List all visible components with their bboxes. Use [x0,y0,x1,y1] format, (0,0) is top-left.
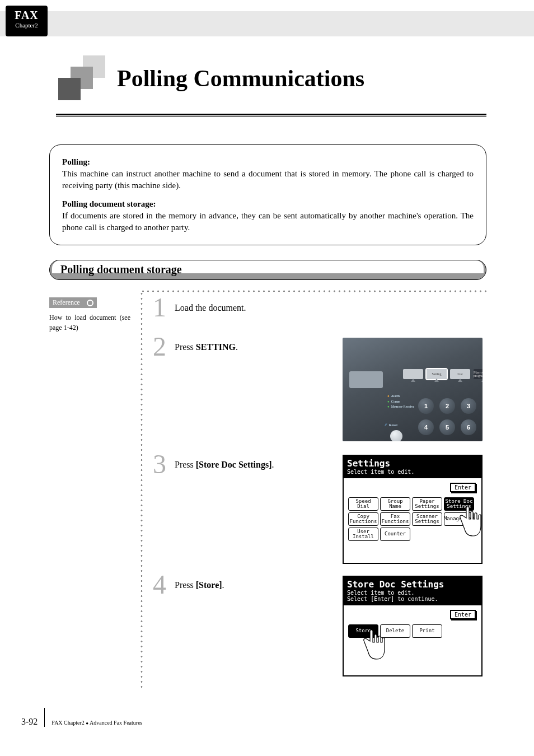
lcd-store-doc-settings: Store Doc Settings Select item to edit. … [343,576,483,676]
lcd-enter-button[interactable]: Enter [450,610,476,619]
keypad-4[interactable]: 4 [418,419,434,435]
panel-leds: Alarm Comm Memory Receive [387,394,414,410]
page-title: Polling Communications [117,65,364,92]
lcd-btn-group-name[interactable]: Group Name [380,497,410,511]
lcd-btn-counter[interactable]: Counter [380,528,410,541]
title-rule [56,114,486,117]
lcd-subtitle: Select item to edit. [347,590,478,596]
page-number: 3-92 [21,717,38,727]
lcd-subtitle-2: Select [Enter] to continue. [347,596,478,602]
lcd-enter-button[interactable]: Enter [450,483,476,492]
lcd-subtitle: Select item to edit. [347,469,478,475]
lcd-settings: Settings Select item to edit. Enter Spee… [343,455,483,564]
lcd-btn-speed-dial[interactable]: Speed Dial [348,497,378,511]
footer-caption: FAX Chapter2 ● Advanced Fax Features [51,720,142,727]
section-header: Polling document storage [49,260,486,280]
panel-top-buttons: Setting List Macro program [403,369,483,379]
panel-screen [349,371,383,388]
panel-button-macro[interactable]: Macro program [474,369,483,379]
panel-button-setting[interactable]: Setting [427,369,447,379]
title-icon [56,53,106,104]
step-2: 2 Press SETTING. [151,333,238,360]
polling-label: Polling: [62,157,90,166]
svg-rect-2 [58,78,81,100]
lcd-btn-print[interactable]: Print [412,624,442,638]
lcd-btn-user-install[interactable]: UserInstall [348,528,378,541]
step-number: 4 [151,571,168,598]
keypad-2[interactable]: 2 [439,398,455,414]
step-3: 3 Press [Store Doc Settings]. [151,451,274,478]
storage-text: If documents are stored in the memory in… [62,211,474,232]
lcd-title: Store Doc Settings [347,579,478,590]
reference-block: Reference How to load document (see page… [49,297,130,333]
panel-reset-button[interactable] [390,430,402,441]
step-number: 1 [151,294,168,321]
control-panel-photo: Setting List Macro program Alarm Comm Me… [343,338,483,441]
step-text: Press [Store Doc Settings]. [175,451,274,470]
step-text: Press SETTING. [175,333,238,352]
panel-keypad: 1 2 3 4 5 6 [418,398,476,435]
dotted-rule-vertical [140,291,143,689]
keypad-1[interactable]: 1 [418,398,434,414]
lcd-btn-delete[interactable]: Delete [380,624,410,638]
lcd-btn-scanner-settings[interactable]: ScannerSettings [412,512,442,526]
page-title-block: Polling Communications [56,53,486,117]
footer-separator [44,708,45,727]
panel-reset-label: Reset [384,423,397,427]
lcd-title: Settings [347,458,478,469]
tab-fax: FAX [6,9,48,22]
keypad-3[interactable]: 3 [461,398,476,414]
lcd-btn-fax-functions[interactable]: FaxFunctions [380,512,410,526]
reference-text: How to load document (see page 1-42) [49,312,130,333]
reference-bullet-icon [87,300,93,306]
step-4: 4 Press [Store]. [151,571,224,598]
header-bar [0,11,534,36]
side-tab: FAX Chapter2 [6,6,48,36]
step-text: Press [Store]. [175,571,224,590]
keypad-6[interactable]: 6 [461,419,476,435]
panel-button[interactable] [403,369,423,379]
tab-chapter: Chapter2 [6,22,48,29]
lcd-btn-store-doc-settings[interactable]: Store DocSettings [444,497,474,511]
step-number: 3 [151,451,168,478]
reference-badge: Reference [49,297,97,308]
dotted-rule-horizontal [140,290,486,292]
lcd-btn-management[interactable]: Management [444,512,474,526]
storage-label: Polling document storage: [62,199,156,208]
step-1: 1 Load the document. [151,294,246,321]
page-footer: 3-92 FAX Chapter2 ● Advanced Fax Feature… [21,708,142,727]
section-title: Polling document storage [49,260,486,279]
step-number: 2 [151,333,168,360]
lcd-btn-store[interactable]: Store [348,624,378,638]
lcd-btn-paper-settings[interactable]: PaperSettings [412,497,442,511]
panel-button-list[interactable]: List [450,369,470,379]
polling-text: This machine can instruct another machin… [62,169,474,190]
info-box: Polling: This machine can instruct anoth… [49,144,486,245]
step-text: Load the document. [175,294,246,313]
keypad-5[interactable]: 5 [439,419,455,435]
lcd-btn-copy-functions[interactable]: CopyFunctions [348,512,378,526]
